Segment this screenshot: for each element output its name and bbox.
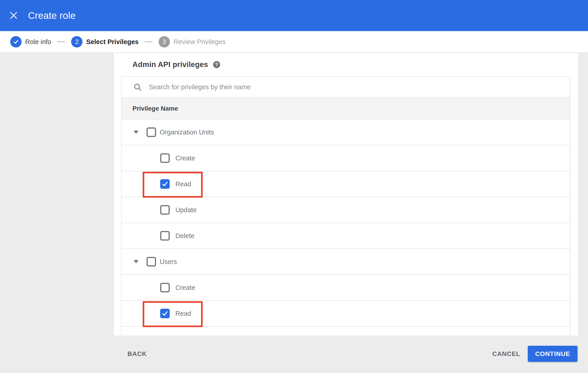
search-input[interactable] [149, 83, 490, 91]
continue-button[interactable]: CONTINUE [528, 346, 578, 362]
privilege-label: Read [175, 310, 191, 317]
table-row-create: Create [122, 145, 570, 171]
privilege-label: Delete [175, 232, 194, 240]
privileges-panel: Admin API privileges ? Privilege Name Or… [114, 53, 578, 335]
step-label: Review Privileges [174, 38, 226, 46]
table-row-update: Update [122, 197, 570, 223]
panel-heading-row: Admin API privileges ? [114, 53, 578, 76]
step-select-privileges[interactable]: 2 Select Privileges [71, 36, 139, 47]
chevron-down-icon[interactable] [134, 260, 139, 263]
highlight-outline [143, 301, 203, 327]
step-label: Role info [25, 38, 51, 46]
chevron-down-icon[interactable] [134, 130, 139, 134]
help-icon[interactable]: ? [213, 61, 220, 68]
step-complete-check-icon [10, 36, 21, 47]
step-connector [57, 41, 65, 42]
step-connector [145, 41, 153, 42]
privilege-checkbox-organization-units[interactable] [147, 127, 156, 137]
privilege-checkbox-delete[interactable] [160, 231, 170, 240]
column-header-privilege-name: Privilege Name [132, 105, 178, 112]
privilege-label: Users [160, 258, 177, 266]
cancel-button[interactable]: CANCEL [492, 349, 520, 359]
step-number: 3 [158, 36, 170, 47]
table-row-create: Create [122, 275, 570, 301]
search-row [122, 77, 570, 98]
partial-row [122, 327, 570, 335]
privilege-checkbox-create[interactable] [160, 283, 170, 292]
app-bar: Create role [0, 0, 588, 31]
privilege-checkbox-create[interactable] [160, 153, 170, 163]
privilege-label: Read [175, 180, 191, 188]
search-icon [134, 83, 142, 91]
step-number: 2 [71, 36, 83, 47]
table-row-read: Read [122, 171, 570, 197]
privilege-label: Update [175, 206, 197, 214]
step-role-info[interactable]: Role info [10, 36, 51, 47]
privilege-label: Create [175, 155, 195, 162]
privilege-checkbox-read[interactable] [160, 179, 170, 189]
panel-title: Admin API privileges [132, 60, 208, 69]
step-label: Select Privileges [86, 38, 139, 46]
close-icon[interactable] [10, 11, 18, 20]
table-row-delete: Delete [122, 223, 570, 249]
privilege-label: Create [175, 284, 195, 291]
stepper: Role info 2 Select Privileges 3 Review P… [0, 31, 588, 53]
privilege-rows: Organization Units Create Read Update [122, 119, 570, 327]
table-row-group-organization-units: Organization Units [122, 119, 570, 145]
table-row-group-users: Users [122, 249, 570, 275]
step-review-privileges[interactable]: 3 Review Privileges [158, 36, 226, 47]
privilege-checkbox-users[interactable] [147, 257, 156, 267]
privileges-table: Privilege Name Organization Units Create… [121, 76, 570, 335]
privilege-checkbox-read[interactable] [160, 309, 170, 318]
privilege-checkbox-update[interactable] [160, 205, 170, 215]
dialog-title: Create role [28, 0, 76, 31]
back-button[interactable]: BACK [127, 349, 147, 359]
privilege-label: Organization Units [160, 129, 214, 136]
table-header-row: Privilege Name [122, 98, 570, 119]
highlight-outline [143, 172, 203, 198]
table-row-read: Read [122, 301, 570, 327]
